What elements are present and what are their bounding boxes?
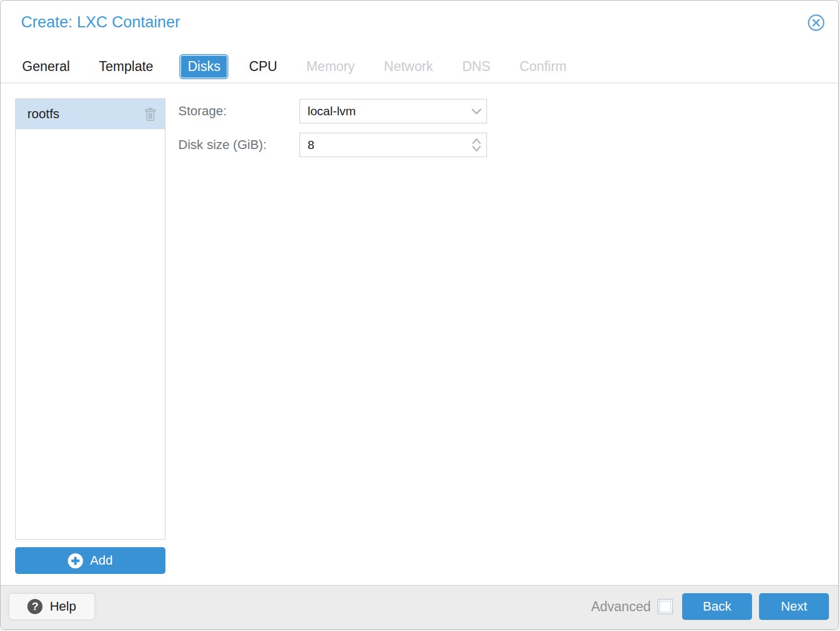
question-circle-icon: ? (27, 599, 43, 614)
tab-network: Network (383, 55, 434, 79)
list-item-rootfs[interactable]: rootfs (16, 99, 165, 129)
create-lxc-container-dialog: Create: LXC Container General Template D… (0, 0, 839, 630)
tab-dns: DNS (461, 55, 492, 79)
tab-memory: Memory (305, 55, 356, 79)
advanced-checkbox[interactable] (658, 599, 673, 614)
dialog-titlebar: Create: LXC Container (1, 1, 838, 50)
chevron-down-icon[interactable] (467, 100, 486, 123)
add-button[interactable]: Add (15, 547, 165, 574)
tab-template[interactable]: Template (98, 55, 154, 79)
dialog-footer: ? Help Advanced Back Next (1, 585, 838, 629)
tab-cpu[interactable]: CPU (248, 55, 278, 79)
help-button[interactable]: ? Help (9, 593, 95, 620)
mountpoint-list: rootfs (15, 98, 165, 540)
storage-label: Storage: (178, 99, 227, 123)
chevron-up-down-icon[interactable] (467, 133, 486, 157)
storage-input[interactable] (300, 104, 467, 118)
trash-icon[interactable] (144, 107, 157, 121)
add-button-label: Add (90, 553, 112, 568)
dialog-title: Create: LXC Container (21, 13, 180, 31)
disk-size-spinner[interactable] (299, 133, 487, 157)
list-item-label: rootfs (27, 107, 144, 122)
next-button[interactable]: Next (759, 593, 829, 620)
advanced-label: Advanced (591, 599, 651, 615)
wizard-tabbar: General Template Disks CPU Memory Networ… (1, 50, 838, 83)
plus-circle-icon (68, 553, 83, 569)
help-button-label: Help (50, 599, 76, 614)
storage-combobox[interactable] (299, 99, 487, 123)
back-button[interactable]: Back (682, 593, 752, 620)
tab-general[interactable]: General (21, 55, 71, 79)
disk-size-label: Disk size (GiB): (178, 133, 267, 157)
disks-tab-panel: rootfs (1, 83, 838, 587)
tab-confirm: Confirm (518, 55, 568, 79)
close-icon[interactable] (807, 13, 825, 32)
tab-disks[interactable]: Disks (180, 55, 228, 79)
disk-size-input[interactable] (300, 138, 467, 152)
footer-actions: Advanced Back Next (591, 593, 829, 620)
